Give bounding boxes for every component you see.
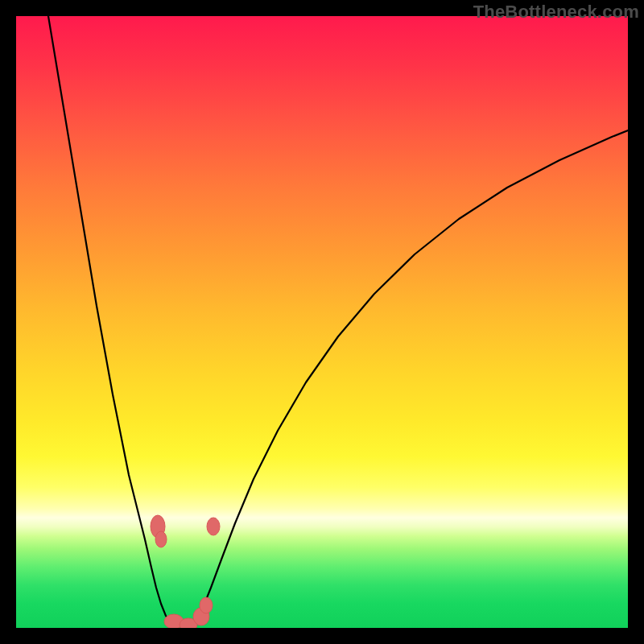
data-marker: [207, 518, 220, 535]
curve-right-branch: [192, 130, 628, 626]
curve-markers: [151, 515, 220, 628]
curve-plot: [16, 16, 628, 628]
watermark-text: TheBottleneck.com: [473, 2, 639, 23]
data-marker: [200, 597, 213, 613]
data-marker: [155, 531, 167, 547]
